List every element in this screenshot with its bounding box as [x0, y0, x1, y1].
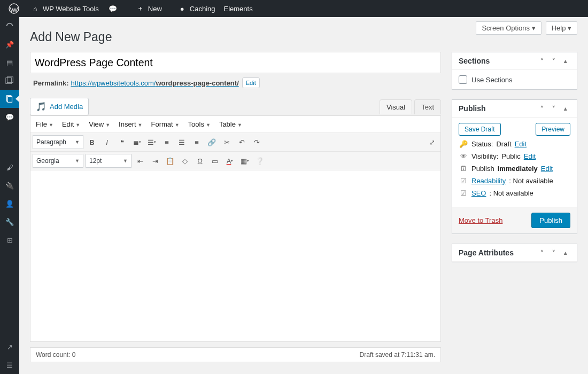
menu-comments[interactable]: 💬	[0, 108, 19, 126]
screen-options-button[interactable]: Screen Options	[476, 21, 541, 35]
post-title-input[interactable]	[30, 52, 441, 73]
box-down-icon[interactable]: ˅	[549, 58, 559, 65]
editor-toolbar-2: Georgia▼ 12pt▼ ⇤ ⇥ 📋 ◇ Ω ▭ A▾ ▦▾ ❔	[30, 152, 440, 170]
bold-button[interactable]: B	[86, 136, 98, 149]
number-list-button[interactable]: ☰▾	[145, 136, 158, 149]
admin-menu: 📌 ▤ 💬 🖌 🔌 👤 🔧 ⊞ ↗ ☰	[0, 17, 19, 374]
menu-settings[interactable]: ⊞	[0, 231, 19, 249]
menu-format[interactable]: Format▼	[149, 119, 182, 129]
menu-users[interactable]: 👤	[0, 194, 19, 213]
redo-button[interactable]: ↷	[250, 136, 263, 149]
menu-file[interactable]: File▼	[34, 119, 56, 129]
clear-format-button[interactable]: ◇	[179, 154, 191, 167]
box-toggle-icon[interactable]: ▴	[561, 250, 570, 256]
seo-icon: ☑	[459, 189, 468, 197]
sections-title: Sections	[459, 57, 490, 65]
menu-tools[interactable]: 🔧	[0, 213, 19, 231]
box-down-icon[interactable]: ˅	[549, 105, 559, 112]
wordpress-icon	[9, 3, 19, 14]
editor-toolbar-1: Paragraph▼ B I ❝ ≣▾ ☰▾ ≡ ☰ ≡ 🔗 ✂ ↶ ↷ ⤢	[30, 133, 440, 152]
use-sections-checkbox[interactable]: Use Sections	[459, 75, 570, 84]
menu-collapse[interactable]: ↗	[0, 338, 19, 356]
comments-link[interactable]: 💬	[103, 0, 125, 17]
wp-logo[interactable]	[4, 0, 26, 17]
publish-postbox: Publish ˄˅▴ Save Draft Preview 🔑Status: …	[452, 99, 577, 234]
table-button[interactable]: ▦▾	[238, 154, 251, 167]
help-button[interactable]: Help	[546, 21, 577, 35]
menu-posts[interactable]: 📌	[0, 35, 19, 53]
align-left-button[interactable]: ≡	[160, 136, 173, 149]
read-more-button[interactable]: ▭	[208, 154, 221, 167]
site-name: WP Website Tools	[43, 5, 99, 13]
font-size-select[interactable]: 12pt▼	[86, 154, 131, 168]
align-right-button[interactable]: ≡	[190, 136, 203, 149]
permalink-edit-button[interactable]: Edit	[242, 77, 260, 88]
draft-saved: Draft saved at 7:11:31 am.	[360, 351, 435, 359]
edit-schedule-link[interactable]: Edit	[541, 165, 553, 173]
permalink-line: Permalink: https://wpwebsitetools.com/wo…	[30, 73, 441, 88]
bullet-list-button[interactable]: ≣▾	[130, 136, 143, 149]
italic-button[interactable]: I	[100, 136, 113, 149]
page-attributes-postbox: Page Attributes ˄˅▴	[452, 244, 577, 262]
menu-edit[interactable]: Edit▼	[60, 119, 82, 129]
outdent-button[interactable]: ⇤	[134, 154, 146, 167]
unlink-button[interactable]: ✂	[220, 136, 233, 149]
tab-text[interactable]: Text	[414, 99, 441, 114]
edit-visibility-link[interactable]: Edit	[524, 152, 536, 160]
link-button[interactable]: 🔗	[205, 136, 218, 149]
menu-media[interactable]	[0, 72, 19, 90]
menu-cpt[interactable]: ▤	[0, 53, 19, 72]
menu-insert[interactable]: Insert▼	[117, 119, 144, 129]
text-color-button[interactable]: A▾	[223, 154, 236, 167]
seo-link[interactable]: SEO	[471, 189, 486, 197]
paste-button[interactable]: 📋	[164, 154, 176, 167]
move-to-trash-link[interactable]: Move to Trash	[459, 216, 502, 224]
menu-appearance[interactable]: 🖌	[0, 158, 19, 176]
new-content[interactable]: ＋New	[131, 0, 166, 17]
eye-icon: 👁	[459, 152, 468, 160]
align-center-button[interactable]: ☰	[175, 136, 188, 149]
readability-icon: ☑	[459, 177, 468, 185]
menu-view[interactable]: View▼	[87, 119, 112, 129]
box-up-icon[interactable]: ˄	[537, 105, 547, 112]
checkbox-icon	[459, 75, 467, 84]
menu-dashboard[interactable]	[0, 17, 19, 35]
publish-button[interactable]: Publish	[531, 213, 570, 228]
permalink-link[interactable]: https://wpwebsitetools.com/wordpress-pag…	[71, 79, 238, 87]
editor-menubar: File▼ Edit▼ View▼ Insert▼ Format▼ Tools▼…	[30, 116, 440, 133]
svg-rect-4	[7, 97, 12, 103]
fullscreen-button[interactable]: ⤢	[425, 136, 438, 149]
menu-other[interactable]: ☰	[0, 356, 19, 374]
editor-canvas[interactable]	[30, 170, 440, 341]
block-format-select[interactable]: Paragraph▼	[33, 135, 83, 149]
indent-button[interactable]: ⇥	[149, 154, 161, 167]
sections-postbox: Sections ˄˅▴ Use Sections	[452, 52, 577, 90]
add-media-button[interactable]: 🎵 Add Media	[30, 98, 89, 115]
quote-button[interactable]: ❝	[115, 136, 128, 149]
tab-visual[interactable]: Visual	[380, 99, 412, 114]
menu-pages[interactable]	[0, 90, 19, 108]
menu-tools[interactable]: Tools▼	[186, 119, 213, 129]
edit-status-link[interactable]: Edit	[515, 140, 527, 148]
calendar-icon: 🗓	[459, 165, 468, 173]
editor-wrap: File▼ Edit▼ View▼ Insert▼ Format▼ Tools▼…	[30, 115, 441, 342]
word-count: Word count: 0	[36, 351, 76, 359]
font-family-select[interactable]: Georgia▼	[33, 154, 83, 168]
readability-link[interactable]: Readability	[471, 177, 506, 185]
undo-button[interactable]: ↶	[235, 136, 248, 149]
box-toggle-icon[interactable]: ▴	[561, 105, 570, 112]
box-down-icon[interactable]: ˅	[549, 250, 559, 256]
preview-button[interactable]: Preview	[536, 123, 570, 136]
box-up-icon[interactable]: ˄	[537, 250, 547, 256]
help-icon-button[interactable]: ❔	[253, 154, 266, 167]
camera-icon: 🎵	[36, 102, 47, 112]
site-link[interactable]: ⌂WP Website Tools	[26, 0, 103, 17]
special-char-button[interactable]: Ω	[194, 154, 206, 167]
box-toggle-icon[interactable]: ▴	[561, 58, 570, 65]
cache-toggle[interactable]: ●Caching	[173, 0, 220, 17]
menu-plugins[interactable]: 🔌	[0, 176, 19, 194]
save-draft-button[interactable]: Save Draft	[459, 123, 501, 136]
elements-link[interactable]: Elements	[220, 0, 257, 17]
menu-table[interactable]: Table▼	[217, 119, 244, 129]
box-up-icon[interactable]: ˄	[537, 58, 547, 65]
